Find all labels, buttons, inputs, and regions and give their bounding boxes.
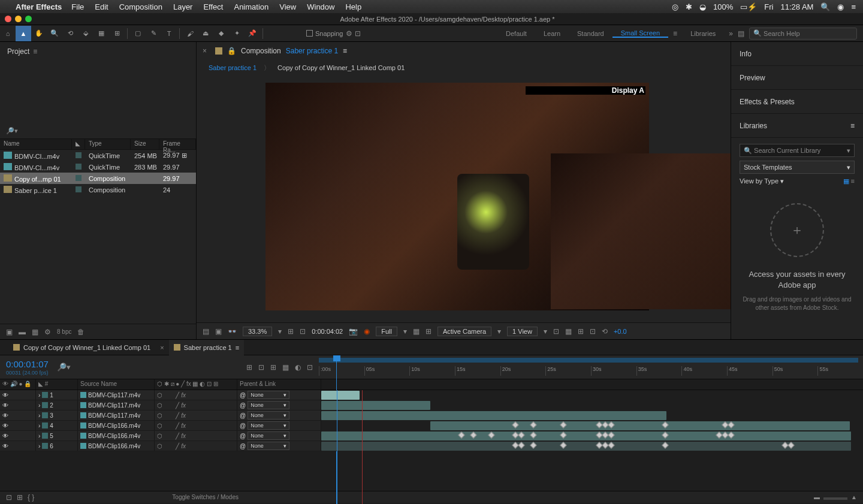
orbit-tool[interactable]: ⟲ <box>62 26 78 41</box>
roto-tool[interactable]: ✦ <box>229 26 245 41</box>
menu-layer[interactable]: Layer <box>173 2 193 11</box>
visibility-toggle[interactable]: 👁 <box>2 412 8 419</box>
toggle-in-out-icon[interactable]: { } <box>28 493 34 502</box>
close-window-icon[interactable] <box>5 16 11 22</box>
visibility-toggle[interactable]: 👁 <box>2 433 8 439</box>
col-type[interactable]: Type <box>85 139 131 149</box>
hand-tool[interactable]: ✋ <box>31 26 47 41</box>
libraries-menu-icon[interactable]: ≡ <box>850 122 855 130</box>
shy-icon[interactable]: ⊞ <box>270 363 276 372</box>
zoom-tool[interactable]: 🔍 <box>47 26 62 41</box>
clip-bar[interactable] <box>430 421 850 430</box>
workspace-libraries[interactable]: Libraries <box>682 30 724 37</box>
pickwhip-icon[interactable]: @ <box>240 402 246 409</box>
project-settings-icon[interactable]: ⚙ <box>44 328 51 336</box>
col-label-icon[interactable]: ◣ <box>72 139 85 149</box>
zoom-slider[interactable] <box>823 497 847 500</box>
menu-effect[interactable]: Effect <box>203 2 223 11</box>
menu-edit[interactable]: Edit <box>95 2 108 11</box>
toggle-switches-modes-button[interactable]: Toggle Switches / Modes <box>172 494 239 500</box>
lock-icon[interactable]: 🔒 <box>227 47 236 55</box>
wifi-icon[interactable]: ◒ <box>699 2 706 11</box>
pickwhip-icon[interactable]: @ <box>240 412 246 419</box>
preview-panel[interactable]: Preview <box>731 66 863 90</box>
timeline-tab-menu-icon[interactable]: ≡ <box>236 344 239 351</box>
project-search[interactable]: 🔎▾ <box>0 123 196 139</box>
bpc-label[interactable]: 8 bpc <box>57 328 71 335</box>
maximize-window-icon[interactable] <box>25 16 32 22</box>
app-name[interactable]: After Effects <box>16 2 62 11</box>
exposure-value[interactable]: +0.0 <box>614 328 627 335</box>
col-size[interactable]: Size <box>131 139 159 149</box>
snapping-toggle[interactable]: Snapping ⚙⊡ <box>306 29 361 38</box>
project-item[interactable]: BDMV-Cl...m4vQuickTime254 MB29.97 ⊞ <box>0 150 196 161</box>
toggle-mask-icon[interactable]: 👓 <box>228 327 237 336</box>
clock-time[interactable]: 11:28 AM <box>780 2 813 11</box>
timeline-layer-row[interactable]: 👁 ›4 BDMV-Clip166.m4v ⬡ ╱ fx @None▾ <box>0 421 863 431</box>
motion-blur-icon[interactable]: ◐ <box>295 363 301 372</box>
parent-dropdown[interactable]: None▾ <box>248 421 289 430</box>
workspace-small-screen[interactable]: Small Screen <box>612 29 668 38</box>
breadcrumb-current[interactable]: Saber practice 1 <box>209 64 257 71</box>
library-search-input[interactable]: 🔍 Search Current Library ▾ <box>740 144 855 157</box>
window-controls[interactable] <box>5 16 32 22</box>
timeline-search[interactable]: 🔎▾ <box>57 363 71 372</box>
pickwhip-icon[interactable]: @ <box>240 443 246 449</box>
pickwhip-icon[interactable]: @ <box>240 422 246 429</box>
clip-bar[interactable] <box>321 411 666 420</box>
selection-tool[interactable]: ▲ <box>16 26 31 41</box>
menu-help[interactable]: Help <box>345 2 361 11</box>
interpret-footage-icon[interactable]: ▣ <box>6 328 13 336</box>
visibility-toggle[interactable]: 👁 <box>2 402 8 409</box>
workspace-overflow-icon[interactable]: » <box>729 29 733 38</box>
notification-center-icon[interactable]: ≡ <box>851 2 856 11</box>
layer-track[interactable] <box>321 400 863 411</box>
zoom-dropdown[interactable]: 33.3% <box>243 327 272 336</box>
grid-view-icon[interactable]: ▦ <box>843 177 849 185</box>
fast-preview-icon[interactable]: ▦ <box>565 327 572 336</box>
toggle-transfer-icon[interactable]: ⊞ <box>17 493 23 502</box>
workspace-default[interactable]: Default <box>497 30 535 37</box>
comp-time[interactable]: 0:00:04:02 <box>312 328 343 335</box>
close-tab-icon[interactable]: × <box>160 344 164 351</box>
spotlight-icon[interactable]: 🔍 <box>820 2 830 11</box>
visibility-toggle[interactable]: 👁 <box>2 443 8 449</box>
toggle-transparency-icon[interactable]: ▣ <box>215 327 222 336</box>
snapshot-icon[interactable]: 📷 <box>349 327 358 336</box>
new-comp-icon[interactable]: ▦ <box>32 328 38 336</box>
home-button[interactable]: ⌂ <box>0 26 16 41</box>
pixel-aspect-icon[interactable]: ⊡ <box>553 327 559 336</box>
composition-name[interactable]: Saber practice 1 <box>286 47 338 55</box>
timeline-ruler[interactable]: :00s05s10s15s20s25s30s35s40s45s50s55s <box>319 355 863 379</box>
graph-editor-icon[interactable]: ⊡ <box>307 363 313 372</box>
timeline-layer-row[interactable]: 👁 ›5 BDMV-Clip166.m4v ⬡ ╱ fx @None▾ <box>0 431 863 441</box>
resolution-icon[interactable]: ⊞ <box>288 327 294 336</box>
clip-bar[interactable] <box>321 391 360 400</box>
bluetooth-icon[interactable]: ✱ <box>686 2 692 11</box>
pen-tool[interactable]: ✎ <box>146 26 161 41</box>
col-tag-icon[interactable]: ◣ <box>38 381 43 387</box>
eraser-tool[interactable]: ◆ <box>213 26 229 41</box>
pickwhip-icon[interactable]: @ <box>240 392 246 399</box>
flowchart-icon[interactable]: ⊡ <box>590 327 596 336</box>
workspace-standard[interactable]: Standard <box>569 30 612 37</box>
toggle-switches-icon[interactable]: ⊡ <box>6 493 12 502</box>
resolution-dropdown[interactable]: Full <box>376 327 397 336</box>
parent-dropdown[interactable]: None▾ <box>248 391 289 399</box>
parent-dropdown[interactable]: None▾ <box>248 411 289 420</box>
rectangle-tool[interactable]: ▢ <box>130 26 146 41</box>
chevron-down-icon[interactable]: ▾ <box>278 327 282 336</box>
col-parent[interactable]: Parent & Link <box>237 379 321 390</box>
new-folder-icon[interactable]: ▬ <box>19 328 26 336</box>
timeline-layer-row[interactable]: 👁 ›6 BDMV-Clip166.m4v ⬡ ╱ fx @None▾ <box>0 441 863 451</box>
trash-icon[interactable]: 🗑 <box>77 328 85 336</box>
layer-track[interactable] <box>321 390 863 400</box>
menu-animation[interactable]: Animation <box>234 2 268 11</box>
clip-bar[interactable] <box>321 401 430 410</box>
layer-track[interactable] <box>321 441 863 451</box>
layer-track[interactable] <box>321 421 863 431</box>
search-help-input[interactable]: 🔍 Search Help <box>749 28 857 40</box>
puppet-tool[interactable]: 📌 <box>245 26 260 41</box>
col-number[interactable]: # <box>45 381 49 387</box>
project-item[interactable]: BDMV-Cl...m4vQuickTime283 MB29.97 <box>0 161 196 173</box>
